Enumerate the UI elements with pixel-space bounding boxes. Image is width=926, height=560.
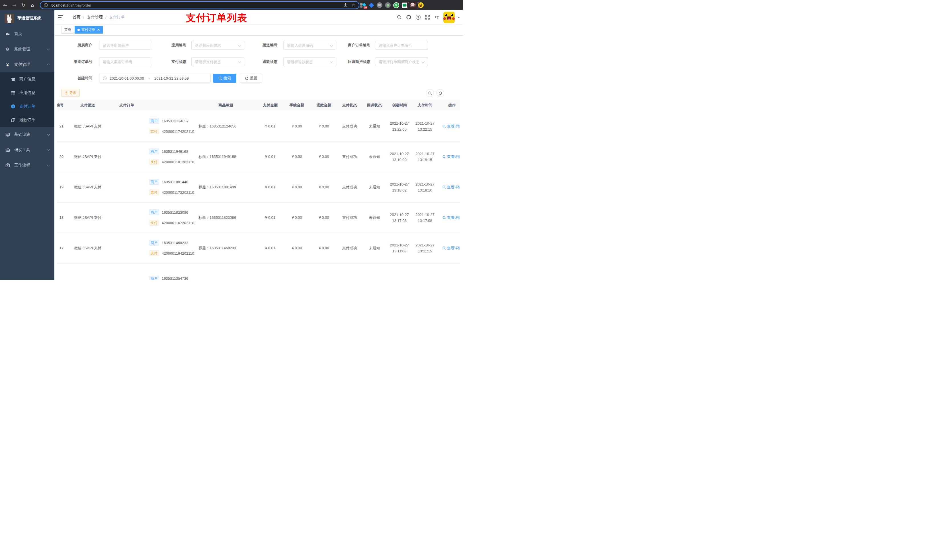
view-detail-link[interactable]: 查看详情 [442,124,460,129]
browser-reload-icon[interactable]: ↻ [20,0,27,10]
pay-status-select[interactable] [191,57,244,66]
search-button[interactable]: 搜索 [213,74,236,83]
col-channel: 支付渠道 [67,100,109,111]
fullscreen-icon[interactable] [423,10,432,24]
table-row: 17微信 JSAPI 支付商户1635311468233支付4200001194… [57,233,460,263]
sidebar-item-infra[interactable]: 基础设施 [0,127,54,142]
sidebar-item-pay-order[interactable]: ¥ 支付订单 [0,100,54,113]
notify-status-input[interactable] [375,57,428,66]
sidebar-item-label: 研发工具 [14,147,30,152]
sidebar-item-app-info[interactable]: 应用信息 [0,86,54,100]
merchant-order-no: 1635311881440 [162,180,188,184]
chevron-down-icon [47,132,50,136]
extension-diamond-icon[interactable]: 10 [360,2,366,8]
chevron-up-icon [47,63,50,66]
close-icon[interactable]: ✕ [97,28,100,32]
channel-order-no-input[interactable] [99,57,152,66]
refund-status-input[interactable] [283,57,336,66]
breadcrumb: 首页 / 支付管理 / 支付订单 [73,10,125,24]
user-avatar[interactable] [443,12,455,23]
sidebar-item-devtools[interactable]: 研发工具 [0,142,54,158]
tag-pay-order[interactable]: 支付订单 ✕ [75,26,103,33]
app-select[interactable] [191,41,244,50]
page-annotation: 支付订单列表 [186,11,247,24]
refresh-table-button[interactable] [436,89,444,97]
sidebar-item-system[interactable]: ⚙ 系统管理 [0,42,54,57]
notify-status-select[interactable] [375,57,428,66]
breadcrumb-pay[interactable]: 支付管理 [87,15,103,20]
chevron-down-icon [47,163,50,166]
filter-label-channel-order-no: 渠道订单号 [54,57,92,66]
bookmark-star-icon[interactable]: ☆ [351,3,356,8]
extension-vue-icon[interactable]: V [393,2,399,8]
merchant-order-no: 1635311354736 [162,276,188,280]
col-amount: 支付金额 [257,100,283,111]
url-text[interactable]: localhost:1024/pay/order [51,3,343,8]
sidebar-item-payment[interactable]: ¥ 支付管理 [0,57,54,72]
sidebar-item-merchant-info[interactable]: 商户信息 [0,72,54,86]
extension-record-icon[interactable] [385,2,391,8]
table-row: 20微信 JSAPI 支付商户1635311949168支付4200001181… [57,142,460,172]
dashboard-icon [5,32,10,36]
github-icon[interactable] [404,10,413,24]
font-size-icon[interactable]: TT [432,10,442,24]
date-separator: - [147,76,151,80]
view-detail-link[interactable]: 查看详情 [442,185,460,190]
sidebar-item-workflow[interactable]: 工作流程 [0,158,54,173]
order-tag: 支付 [149,251,159,256]
reset-button[interactable]: 重置 [240,74,262,83]
filter-label-channel-code: 渠道编码 [244,41,277,50]
header-search-icon[interactable] [395,10,404,24]
breadcrumb-home[interactable]: 首页 [73,15,80,20]
date-start[interactable]: 2021-10-01 00:00:00 [110,76,144,80]
view-detail-link[interactable]: 查看详情 [442,215,460,220]
toggle-search-button[interactable] [426,89,434,97]
channel-order-no-field[interactable] [99,57,152,66]
browser-back-icon[interactable]: ← [1,0,9,10]
create-time-range-picker[interactable]: 2021-10-01 00:00:00 - 2021-10-31 23:59:5… [99,74,211,83]
order-tag: 商户 [149,210,159,215]
search-icon [442,246,446,250]
view-detail-link[interactable]: 查看详情 [442,246,460,251]
app-logo[interactable]: 芋道管理系统 [0,10,54,26]
sidebar-toggle-icon[interactable] [58,15,63,20]
top-navbar: 首页 / 支付管理 / 支付订单 支付订单列表 ? TT [54,10,463,24]
export-button[interactable]: 导出 [61,89,80,97]
merchant-select-input[interactable] [99,41,152,50]
order-tag: 支付 [149,220,159,226]
avatar-caret-icon[interactable] [457,17,460,20]
pay-order-icon: ¥ [11,104,15,109]
channel-code-input[interactable] [283,41,336,50]
help-icon[interactable]: ? [413,10,423,24]
filter-label-notify-status: 回调商户状态 [336,57,370,66]
pay-order-no: 4200001174202110278060590766 [162,130,195,134]
pay-status-input[interactable] [191,57,244,66]
extension-command-icon[interactable]: ⌘ [377,2,383,8]
merchant-order-no-input[interactable] [375,41,428,50]
channel-code-select[interactable] [283,41,336,50]
tag-home[interactable]: 首页 [62,26,74,33]
filter-label-pay-status: 支付状态 [149,57,186,66]
sidebar-item-refund-order[interactable]: 退款订单 [0,113,54,127]
app-select-input[interactable] [191,41,244,50]
site-info-icon[interactable] [43,3,48,7]
share-icon[interactable] [343,3,348,8]
orders-table: 编号 支付渠道 支付订单 商品标题 支付金额 手续金额 退款金额 支付状态 回调… [57,100,460,280]
address-bar[interactable]: localhost:1024/pay/order ☆ [40,1,359,9]
col-notify: 回调状态 [362,100,387,111]
merchant-select[interactable] [99,41,152,50]
extension-kite-icon[interactable] [368,2,374,8]
merchant-order-no: 1635311823086 [162,210,188,214]
sidebar-item-label: 商户信息 [20,77,35,82]
documents-icon [11,118,15,122]
sidebar-item-home[interactable]: 首页 [0,26,54,42]
browser-home-icon[interactable]: ⌂ [29,0,36,10]
date-end[interactable]: 2021-10-31 23:59:59 [154,76,189,80]
browser-update-button[interactable]: 更新 [406,2,420,8]
merchant-order-no-field[interactable] [375,41,428,50]
browser-menu-icon[interactable]: ⋮ [419,0,424,10]
browser-forward-icon[interactable]: → [10,0,18,10]
view-detail-link[interactable]: 查看详情 [442,154,460,159]
merchant-order-no: 1635311949168 [162,149,188,154]
refund-status-select[interactable] [283,57,336,66]
